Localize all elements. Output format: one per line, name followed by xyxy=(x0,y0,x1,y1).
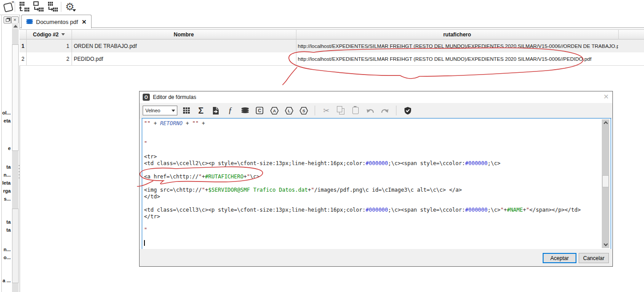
svg-text:A: A xyxy=(273,108,276,113)
hexagon-l-icon: L xyxy=(285,107,293,115)
editor-scrollbar[interactable] xyxy=(602,119,609,248)
redo-button[interactable] xyxy=(380,106,389,115)
insert-document-button[interactable] xyxy=(211,106,220,115)
cell-codigo[interactable]: 2 xyxy=(26,52,72,65)
sort-desc-icon[interactable] xyxy=(61,33,65,36)
redo-icon xyxy=(380,107,389,114)
table-origin-icon xyxy=(18,1,30,12)
column-header-codigo[interactable]: Código #2 xyxy=(26,29,72,39)
database-icon xyxy=(241,108,249,113)
database-button[interactable] xyxy=(240,106,249,115)
cell-codigo[interactable]: 1 xyxy=(26,39,72,52)
tree-item-fragment[interactable]: a ... xyxy=(0,278,11,283)
hexagon-a-button[interactable]: A xyxy=(270,106,279,115)
column-header-rutafichero[interactable]: rutafichero xyxy=(296,29,618,39)
settings-dropdown-caret-icon[interactable] xyxy=(72,9,76,12)
table-assign-button[interactable] xyxy=(32,1,44,12)
svg-text:S: S xyxy=(302,108,305,113)
tree-item-fragment[interactable]: n... xyxy=(0,172,11,178)
function-button[interactable]: ƒ xyxy=(226,106,235,115)
table-row[interactable]: 2 2 PEDIDO.pdf http://localhost/EXPEDIEN… xyxy=(20,52,644,66)
dialog-title: Editor de fórmulas xyxy=(153,94,196,100)
hexagon-s-button[interactable]: S xyxy=(299,106,308,115)
row-number: 2 xyxy=(20,52,26,65)
tree-item-fragment[interactable]: ol... xyxy=(0,110,11,115)
rotate-tick-icon: ” xyxy=(12,0,14,7)
table-plural-icon xyxy=(47,1,59,12)
undo-icon xyxy=(366,107,375,114)
tab-close-icon[interactable]: ✕ xyxy=(82,19,87,25)
cut-button[interactable]: ✂ xyxy=(322,106,331,115)
tree-item-fragment[interactable]: rga xyxy=(0,188,11,193)
calculator-button[interactable] xyxy=(182,106,191,115)
tree-item-fragment[interactable]: leta xyxy=(0,180,11,185)
tree-item-fragment[interactable]: n... xyxy=(0,247,11,252)
document-arrow-icon xyxy=(212,107,219,115)
close-icon: ✕ xyxy=(13,18,17,22)
velneo-app-window: ” ⚙ xyxy=(0,0,644,292)
column-header-nombre[interactable]: Nombre xyxy=(72,29,296,39)
hexagon-s-icon: S xyxy=(300,107,308,115)
tree-item-fragment[interactable]: e xyxy=(0,146,11,151)
cell-rutafichero[interactable]: http://localhost/EXPEDIENTES/SILMAR FREI… xyxy=(296,52,618,65)
svg-text:L: L xyxy=(288,108,290,113)
table-database-icon xyxy=(26,20,33,24)
panel-float-button[interactable] xyxy=(4,16,11,24)
undo-button[interactable] xyxy=(366,106,375,115)
text-caret xyxy=(144,240,145,246)
dialog-footer: Aceptar Cancelar xyxy=(140,249,612,266)
tree-item-fragment[interactable]: o... xyxy=(0,255,11,260)
tab-documentos-pdf[interactable]: Documentos pdf ✕ xyxy=(21,15,92,28)
language-selector[interactable]: Velneo xyxy=(143,106,177,115)
sum-button[interactable]: Σ xyxy=(196,106,205,115)
scroll-up-icon xyxy=(13,25,18,28)
main-toolbar: ” ⚙ xyxy=(0,0,644,14)
tree-item-fragment[interactable]: ta xyxy=(0,219,11,225)
svg-text:C: C xyxy=(258,108,261,113)
formula-code: "" + RETORNO + "" + " <tr><td class=\cce… xyxy=(144,120,600,233)
table-assign-icon xyxy=(32,1,44,12)
constant-button[interactable]: C xyxy=(255,106,264,115)
cell-nombre[interactable]: PEDIDO.pdf xyxy=(72,52,296,65)
hexagon-l-button[interactable]: L xyxy=(284,106,293,115)
constant-c-icon: C xyxy=(256,107,264,114)
left-scrollbar-thumb[interactable] xyxy=(12,44,19,151)
dialog-titlebar[interactable]: O Editor de fórmulas xyxy=(140,91,612,103)
left-scrollbar-thumb-2[interactable] xyxy=(12,209,19,283)
paste-button[interactable] xyxy=(351,106,360,115)
row-number: 1 xyxy=(20,39,26,52)
scroll-up-button[interactable] xyxy=(12,23,19,29)
column-header-empty xyxy=(618,29,644,39)
tree-item-fragment[interactable]: ta xyxy=(0,227,11,233)
tree-item-fragment[interactable]: s... xyxy=(0,196,11,201)
editor-scrollbar-thumb[interactable] xyxy=(602,175,609,187)
copy-button[interactable] xyxy=(336,106,345,115)
row-number-header xyxy=(20,29,26,39)
formula-code-editor[interactable]: "" + RETORNO + "" + " <tr><td class=\cce… xyxy=(142,118,611,249)
sigma-icon: Σ xyxy=(198,106,204,115)
scroll-down-icon[interactable] xyxy=(604,243,608,246)
table-plural-button[interactable] xyxy=(46,1,59,12)
tree-item-fragment[interactable]: eta xyxy=(0,118,11,123)
clipboard-icon xyxy=(352,107,359,114)
scroll-up-icon[interactable] xyxy=(604,121,608,124)
float-window-icon xyxy=(6,19,9,22)
table-origin-button[interactable] xyxy=(18,1,30,12)
scissors-icon: ✂ xyxy=(323,107,329,114)
tree-item-fragment[interactable]: ta xyxy=(0,164,11,170)
documents-table: Código #2 Nombre rutafichero 1 1 ORDEN D… xyxy=(20,29,644,65)
dialog-close-icon[interactable]: ✕ xyxy=(603,93,609,101)
cell-nombre[interactable]: ORDEN DE TRABAJO.pdf xyxy=(72,39,296,52)
accept-button[interactable]: Aceptar xyxy=(543,253,576,263)
dialog-toolbar: Velneo Σ ƒ xyxy=(140,103,612,118)
cancel-button[interactable]: Cancelar xyxy=(579,253,609,263)
rotate-object-button[interactable]: ” xyxy=(3,2,13,12)
annotation-tail-url xyxy=(283,67,297,85)
copy-icon xyxy=(339,108,344,114)
cell-rutafichero[interactable]: http://localhost/EXPEDIENTES/SILMAR FREI… xyxy=(296,39,618,52)
verify-formula-button[interactable] xyxy=(403,106,412,115)
function-icon: ƒ xyxy=(228,107,232,114)
calculator-icon xyxy=(183,107,190,114)
table-row[interactable]: 1 1 ORDEN DE TRABAJO.pdf http://localhos… xyxy=(20,39,644,53)
panel-close-button[interactable]: ✕ xyxy=(11,16,19,24)
